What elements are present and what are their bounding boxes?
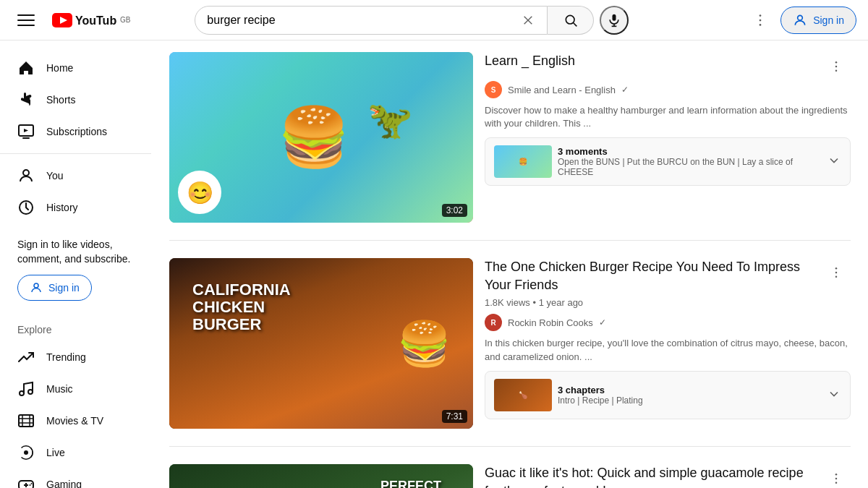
svg-text:YouTube: YouTube [75,14,117,27]
sidebar-sign-in-button[interactable]: Sign in [17,275,92,301]
sidebar-item-subscriptions[interactable]: Subscriptions [0,116,151,147]
sign-in-section: Sign in to like videos, comment, and sub… [0,229,151,312]
sidebar-item-trending[interactable]: Trending [0,341,151,373]
settings-button[interactable] [746,6,775,35]
thumbnail-1[interactable]: 🍔 🦖 😊 3:02 [169,52,473,223]
svg-point-46 [835,474,838,476]
svg-rect-0 [17,14,35,16]
chapters-detail-2: Intro | Recipe | Plating [558,395,821,406]
video-title-1[interactable]: Learn _ English [485,52,575,70]
shorts-icon [17,91,35,108]
video-info-2: The One Chicken Burger Recipe You Need T… [485,258,851,429]
thumbnail-3[interactable]: 🥑 PERFECTGUACAMOLE! [169,464,473,488]
thumbnail-2[interactable]: 🍔 CALIFORNIACHICKENBURGER 7:31 [169,258,473,429]
gaming-label: Gaming [46,479,82,488]
svg-point-40 [835,61,838,64]
svg-point-41 [835,66,838,68]
chapters-thumbnail-1: 🍔 [494,145,552,178]
sidebar-item-movies-tv[interactable]: Movies & TV [0,405,151,437]
search-input[interactable] [207,14,521,27]
voice-search-button[interactable] [600,6,629,35]
sign-in-button[interactable]: Sign in [780,7,856,34]
chapters-thumbnail-2: 🍗 [494,379,552,411]
trending-label: Trending [46,351,86,363]
trending-icon [17,348,35,366]
search-icon [563,13,578,27]
person-circle-icon [30,281,43,294]
menu-icon [17,12,35,29]
sign-in-prompt: Sign in to like videos, comment, and sub… [17,238,134,266]
you-icon [17,167,35,184]
sign-in-label: Sign in [813,14,844,26]
svg-point-48 [835,482,838,484]
sidebar-item-you[interactable]: You [0,160,151,192]
svg-point-45 [835,276,838,278]
chapters-detail-1: Open the BUNS | Put the BURCU on the BUN… [558,157,821,177]
gaming-icon [17,476,35,488]
explore-title: Explore [0,318,151,341]
verified-icon-2: ✓ [599,317,606,328]
more-vert-icon-2 [829,265,843,280]
svg-point-44 [835,272,838,274]
music-icon [17,380,35,398]
header-left: YouTube GB [12,6,130,35]
sidebar-main-section: Home Shorts [0,46,151,153]
chapters-expand-1[interactable] [827,153,841,170]
more-options-1[interactable] [822,52,851,81]
mic-icon [607,13,621,27]
svg-point-21 [34,283,38,288]
chapters-count-1: 3 moments [558,146,821,157]
shorts-label: Shorts [46,94,75,106]
youtube-logo[interactable]: YouTube GB [52,13,130,27]
chapters-expand-2[interactable] [827,387,841,403]
more-options-2[interactable] [822,258,851,287]
video-desc-1: Discover how to make a healthy hamburger… [485,104,851,130]
channel-name-2[interactable]: Rockin Robin Cooks [508,317,593,328]
channel-row-2: R Rockin Robin Cooks ✓ [485,314,851,331]
svg-point-47 [835,478,838,480]
main-content: 🍔 🦖 😊 3:02 Learn _ English [152,40,868,488]
video-title-2[interactable]: The One Chicken Burger Recipe You Need T… [485,258,822,294]
subscriptions-icon [17,123,35,140]
verified-icon-1: ✓ [621,85,629,95]
svg-rect-10 [613,14,616,20]
sidebar-sign-in-label: Sign in [48,282,80,294]
video-meta-2: 1.8K views • 1 year ago [485,297,851,308]
more-vert-icon [752,12,768,28]
header-right: Sign in [746,6,856,35]
search-bar [195,6,629,35]
you-label: You [46,170,64,181]
svg-point-42 [835,70,838,72]
clear-button[interactable] [521,13,535,27]
sidebar-item-history[interactable]: History [0,192,151,223]
svg-point-19 [23,170,29,176]
duration-2: 7:31 [442,410,467,423]
more-options-3[interactable] [822,464,851,488]
svg-point-16 [798,15,803,20]
video-title-3[interactable]: Guac it like it's hot: Quick and simple … [485,464,822,488]
live-label: Live [46,447,65,458]
sidebar-item-live[interactable]: Live [0,437,151,468]
svg-point-13 [760,14,762,17]
gb-badge: GB [120,16,130,24]
video-info-1: Learn _ English S S [485,52,851,223]
sidebar-item-shorts[interactable]: Shorts [0,84,151,116]
more-vert-icon-3 [829,471,843,486]
svg-line-9 [574,22,577,26]
search-button[interactable] [548,6,594,35]
sidebar-item-home[interactable]: Home [0,52,151,84]
channel-name-1[interactable]: Smile and Learn - English [508,85,616,95]
svg-point-23 [28,390,33,394]
sidebar-item-gaming[interactable]: Gaming [0,468,151,488]
sidebar-you-section: You History [0,153,151,229]
channel-avatar-2[interactable]: R [485,314,502,331]
app-container: YouTube GB [0,0,868,488]
menu-button[interactable] [12,6,41,35]
channel-avatar-1[interactable]: S [485,81,502,98]
svg-point-33 [30,484,31,486]
chapters-row-2[interactable]: 🍗 3 chapters Intro | Recipe | Plating [485,371,851,419]
sidebar-explore-section: Explore Trending [0,312,151,488]
svg-rect-24 [19,415,33,427]
sidebar-item-music[interactable]: Music [0,373,151,405]
chapters-row-1[interactable]: 🍔 3 moments Open the BUNS | Put the BURC… [485,137,851,186]
